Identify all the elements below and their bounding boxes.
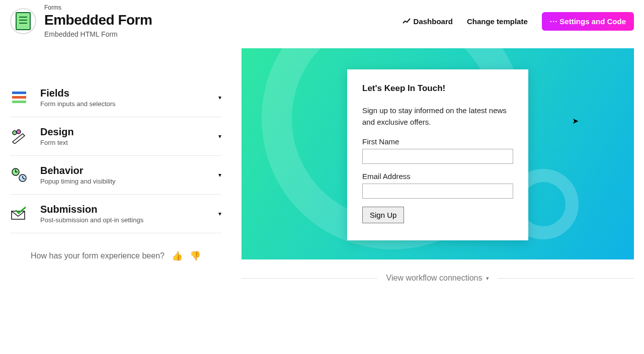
form-preview: Let's Keep In Touch! Sign up to stay inf… (242, 48, 634, 259)
feedback-prompt: How has your form experience been? (31, 251, 165, 260)
settings-code-label: Settings and Code (559, 17, 626, 26)
header-nav: Dashboard Change template ··· Settings a… (403, 12, 634, 31)
svg-rect-5 (12, 96, 26, 99)
chevron-down-icon: ▾ (486, 275, 489, 282)
view-workflow-link[interactable]: View workflow connections ▾ (377, 274, 499, 283)
svg-point-8 (17, 130, 21, 134)
behavior-title: Behavior (40, 165, 116, 176)
page-subtitle: Embedded HTML Form (44, 30, 152, 38)
change-template-link[interactable]: Change template (467, 17, 528, 26)
first-name-input[interactable] (362, 149, 513, 164)
svg-rect-4 (12, 92, 26, 94)
submission-title: Submission (40, 204, 143, 215)
dashboard-link[interactable]: Dashboard (403, 17, 453, 26)
header-left: Forms Embedded Form Embedded HTML Form (10, 4, 152, 38)
fields-title: Fields (40, 87, 116, 99)
page-header: Forms Embedded Form Embedded HTML Form D… (0, 0, 644, 38)
first-name-label: First Name (362, 137, 513, 146)
workflow-link-label: View workflow connections (386, 274, 482, 283)
sidebar-item-behavior[interactable]: Behavior Popup timing and visibility ▾ (10, 156, 221, 195)
design-icon (10, 127, 28, 145)
sidebar: Fields Form inputs and selectors ▾ Desig… (10, 48, 221, 283)
fields-icon (10, 88, 28, 107)
chevron-down-icon: ▾ (218, 171, 221, 179)
form-heading: Let's Keep In Touch! (362, 83, 513, 94)
sidebar-item-design[interactable]: Design Form text ▾ (10, 117, 221, 156)
ellipsis-icon: ··· (550, 17, 558, 26)
submission-subtitle: Post-submission and opt-in settings (40, 216, 143, 224)
design-subtitle: Form text (40, 139, 74, 146)
chevron-down-icon: ▾ (218, 94, 221, 101)
signup-button[interactable]: Sign Up (362, 207, 404, 223)
behavior-icon (10, 166, 28, 184)
design-title: Design (40, 126, 74, 138)
form-page-icon (10, 8, 36, 34)
thumbs-down-icon[interactable]: 👎 (190, 250, 201, 261)
settings-code-button[interactable]: ··· Settings and Code (542, 12, 634, 31)
page-title: Embedded Form (44, 12, 152, 28)
thumbs-up-icon[interactable]: 👍 (172, 250, 183, 261)
dashboard-label: Dashboard (414, 17, 453, 26)
svg-rect-6 (12, 101, 26, 103)
chevron-down-icon: ▾ (218, 133, 221, 140)
page-titles: Forms Embedded Form Embedded HTML Form (44, 4, 152, 38)
feedback-row: How has your form experience been? 👍 👎 (10, 250, 221, 261)
embedded-form-card: Let's Keep In Touch! Sign up to stay inf… (347, 69, 528, 240)
svg-rect-0 (16, 13, 30, 30)
workflow-row: View workflow connections ▾ (242, 274, 634, 283)
preview-column: Let's Keep In Touch! Sign up to stay inf… (242, 48, 634, 283)
cursor-icon: ➤ (572, 116, 579, 126)
email-input[interactable] (362, 184, 513, 199)
sidebar-item-submission[interactable]: Submission Post-submission and opt-in se… (10, 195, 221, 233)
email-label: Email Address (362, 172, 513, 181)
submission-icon (10, 205, 28, 223)
breadcrumb[interactable]: Forms (44, 4, 152, 11)
chevron-down-icon: ▾ (218, 210, 221, 217)
fields-subtitle: Form inputs and selectors (40, 100, 116, 108)
form-description: Sign up to stay informed on the latest n… (362, 105, 513, 128)
behavior-subtitle: Popup timing and visibility (40, 178, 116, 185)
chart-line-icon (403, 17, 411, 25)
sidebar-item-fields[interactable]: Fields Form inputs and selectors ▾ (10, 78, 221, 117)
main: Fields Form inputs and selectors ▾ Desig… (0, 38, 644, 293)
svg-point-7 (13, 131, 17, 135)
